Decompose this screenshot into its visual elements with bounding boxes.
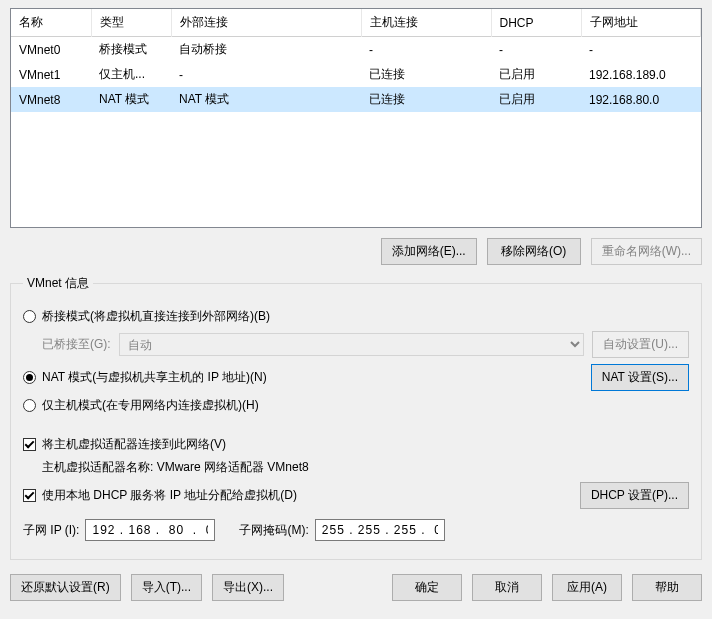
apply-button[interactable]: 应用(A): [552, 574, 622, 601]
col-ext[interactable]: 外部连接: [171, 9, 361, 37]
hostonly-radio[interactable]: [23, 399, 36, 412]
dhcp-label[interactable]: 使用本地 DHCP 服务将 IP 地址分配给虚拟机(D): [42, 487, 297, 504]
hostonly-label[interactable]: 仅主机模式(在专用网络内连接虚拟机)(H): [42, 397, 259, 414]
bridge-to-label: 已桥接至(G):: [42, 336, 111, 353]
cell-ext: 自动桥接: [171, 37, 361, 63]
table-row[interactable]: VMnet1仅主机...-已连接已启用192.168.189.0: [11, 62, 701, 87]
connect-adapter-label[interactable]: 将主机虚拟适配器连接到此网络(V): [42, 436, 226, 453]
cell-type: 桥接模式: [91, 37, 171, 63]
cell-type: NAT 模式: [91, 87, 171, 112]
bridge-radio[interactable]: [23, 310, 36, 323]
table-header-row: 名称 类型 外部连接 主机连接 DHCP 子网地址: [11, 9, 701, 37]
network-table[interactable]: 名称 类型 外部连接 主机连接 DHCP 子网地址 VMnet0桥接模式自动桥接…: [11, 9, 701, 112]
import-button[interactable]: 导入(T)...: [131, 574, 202, 601]
rename-network-button: 重命名网络(W)...: [591, 238, 702, 265]
auto-setup-button: 自动设置(U)...: [592, 331, 689, 358]
cell-subnet: 192.168.80.0: [581, 87, 701, 112]
dhcp-setup-button[interactable]: DHCP 设置(P)...: [580, 482, 689, 509]
network-table-container: 名称 类型 外部连接 主机连接 DHCP 子网地址 VMnet0桥接模式自动桥接…: [10, 8, 702, 228]
cell-host: -: [361, 37, 491, 63]
table-row[interactable]: VMnet8NAT 模式NAT 模式已连接已启用192.168.80.0: [11, 87, 701, 112]
cell-ext: -: [171, 62, 361, 87]
group-legend: VMnet 信息: [23, 275, 93, 292]
col-name[interactable]: 名称: [11, 9, 91, 37]
dhcp-checkbox[interactable]: [23, 489, 36, 502]
cell-name: VMnet0: [11, 37, 91, 63]
col-host[interactable]: 主机连接: [361, 9, 491, 37]
remove-network-button[interactable]: 移除网络(O): [487, 238, 581, 265]
cell-ext: NAT 模式: [171, 87, 361, 112]
cancel-button[interactable]: 取消: [472, 574, 542, 601]
adapter-name-text: 主机虚拟适配器名称: VMware 网络适配器 VMnet8: [42, 459, 309, 476]
col-type[interactable]: 类型: [91, 9, 171, 37]
nat-setup-button[interactable]: NAT 设置(S)...: [591, 364, 689, 391]
cell-dhcp: -: [491, 37, 581, 63]
cell-subnet: -: [581, 37, 701, 63]
subnet-ip-input[interactable]: [85, 519, 215, 541]
cell-host: 已连接: [361, 87, 491, 112]
cell-name: VMnet8: [11, 87, 91, 112]
cell-subnet: 192.168.189.0: [581, 62, 701, 87]
export-button[interactable]: 导出(X)...: [212, 574, 284, 601]
cell-name: VMnet1: [11, 62, 91, 87]
connect-adapter-checkbox[interactable]: [23, 438, 36, 451]
dialog-buttons: 还原默认设置(R) 导入(T)... 导出(X)... 确定 取消 应用(A) …: [0, 570, 712, 611]
subnet-mask-input[interactable]: [315, 519, 445, 541]
subnet-ip-label: 子网 IP (I):: [23, 522, 79, 539]
bridge-label[interactable]: 桥接模式(将虚拟机直接连接到外部网络)(B): [42, 308, 270, 325]
help-button[interactable]: 帮助: [632, 574, 702, 601]
nat-label[interactable]: NAT 模式(与虚拟机共享主机的 IP 地址)(N): [42, 369, 267, 386]
subnet-mask-label: 子网掩码(M):: [239, 522, 308, 539]
cell-dhcp: 已启用: [491, 62, 581, 87]
cell-host: 已连接: [361, 62, 491, 87]
cell-type: 仅主机...: [91, 62, 171, 87]
add-network-button[interactable]: 添加网络(E)...: [381, 238, 477, 265]
table-row[interactable]: VMnet0桥接模式自动桥接---: [11, 37, 701, 63]
bridge-to-select: 自动: [119, 333, 585, 356]
cell-dhcp: 已启用: [491, 87, 581, 112]
nat-radio[interactable]: [23, 371, 36, 384]
table-buttons: 添加网络(E)... 移除网络(O) 重命名网络(W)...: [0, 234, 712, 273]
ok-button[interactable]: 确定: [392, 574, 462, 601]
col-subnet[interactable]: 子网地址: [581, 9, 701, 37]
col-dhcp[interactable]: DHCP: [491, 9, 581, 37]
restore-defaults-button[interactable]: 还原默认设置(R): [10, 574, 121, 601]
vmnet-info-group: VMnet 信息 桥接模式(将虚拟机直接连接到外部网络)(B) 已桥接至(G):…: [10, 275, 702, 560]
